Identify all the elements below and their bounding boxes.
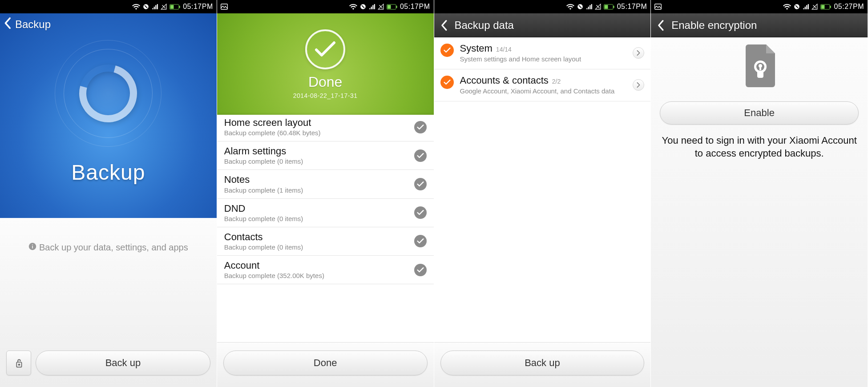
row-title: Notes	[224, 174, 410, 185]
battery-icon	[604, 4, 614, 10]
backup-hero-label: Backup	[71, 160, 145, 185]
backup-category-row[interactable]: Accounts & contacts 2/2 Google Account, …	[434, 69, 651, 101]
row-subtitle: Backup complete (0 items)	[224, 243, 410, 251]
encryption-body: Enable You need to sign in with your Xia…	[651, 37, 868, 387]
done-hero: Done 2014-08-22_17-17-31	[217, 13, 434, 115]
status-bar: 05:27PM	[651, 0, 868, 13]
check-icon	[414, 178, 427, 190]
row-title: Contacts	[224, 232, 410, 242]
signal-no-sim-icon	[161, 4, 167, 10]
battery-icon	[820, 4, 831, 10]
row-title: DND	[224, 203, 410, 214]
chevron-right-icon[interactable]	[633, 47, 644, 59]
encryption-lock-button[interactable]	[6, 351, 31, 375]
row-title: Alarm settings	[224, 146, 410, 157]
row-title: Home screen layout	[224, 117, 410, 128]
header: Backup data	[434, 13, 651, 37]
backup-result-row[interactable]: Alarm settings Backup complete (0 items)	[217, 141, 434, 170]
backup-result-row[interactable]: Account Backup complete (352.00K bytes)	[217, 256, 434, 284]
backup-hero: Backup Backup	[0, 13, 217, 218]
backup-ring-icon	[55, 40, 161, 147]
check-icon	[414, 121, 427, 133]
svg-rect-27	[759, 66, 761, 70]
backup-category-row[interactable]: System 14/14 System settings and Home sc…	[434, 37, 651, 69]
sim-disabled-icon	[360, 4, 366, 10]
backup-result-row[interactable]: Contacts Backup complete (0 items)	[217, 227, 434, 256]
wifi-icon	[349, 4, 357, 10]
status-bar: 05:17PM	[0, 0, 217, 13]
status-time: 05:27PM	[834, 3, 864, 11]
svg-rect-17	[613, 5, 614, 8]
category-count: 14/14	[496, 46, 512, 53]
svg-rect-21	[821, 5, 825, 9]
checkbox-checked-icon[interactable]	[440, 76, 454, 89]
row-subtitle: Backup complete (1 items)	[224, 186, 410, 194]
header-title: Backup data	[455, 19, 514, 32]
header[interactable]: Backup	[4, 17, 51, 32]
enable-button[interactable]: Enable	[660, 101, 859, 125]
check-icon	[414, 235, 427, 247]
back-button[interactable]	[654, 18, 669, 33]
category-title: Accounts & contacts	[460, 75, 549, 86]
chevron-right-icon[interactable]	[633, 79, 644, 91]
status-time: 05:17PM	[617, 3, 647, 11]
backup-hint: Back up your data, settings, and apps	[28, 242, 188, 253]
check-icon	[414, 206, 427, 219]
signal-no-sim-icon	[811, 4, 818, 10]
done-button[interactable]: Done	[223, 351, 428, 375]
lock-file-icon	[739, 44, 779, 91]
encryption-message: You need to sign in with your Xiaomi Acc…	[660, 134, 859, 160]
backup-category-list: System 14/14 System settings and Home sc…	[434, 37, 651, 342]
battery-icon	[170, 4, 180, 10]
row-subtitle: Backup complete (60.48K bytes)	[224, 129, 410, 137]
backup-result-list[interactable]: Home screen layout Backup complete (60.4…	[217, 115, 434, 342]
status-bar: 05:17PM	[217, 0, 434, 13]
checkbox-checked-icon[interactable]	[440, 44, 454, 57]
sim-disabled-icon	[143, 4, 149, 10]
signal-no-sim-icon	[378, 4, 384, 10]
category-subtitle: System settings and Home screen layout	[460, 55, 627, 64]
signal-icon	[369, 4, 375, 10]
info-icon	[28, 242, 36, 253]
back-up-button[interactable]: Back up	[36, 351, 210, 375]
backup-result-row[interactable]: Notes Backup complete (1 items)	[217, 170, 434, 198]
done-timestamp: 2014-08-22_17-17-31	[293, 92, 358, 99]
svg-rect-5	[32, 246, 33, 249]
header-title: Enable encryption	[671, 19, 757, 32]
battery-icon	[387, 4, 397, 10]
category-count: 2/2	[552, 78, 561, 85]
back-icon[interactable]	[4, 17, 12, 32]
svg-point-8	[19, 364, 20, 365]
wifi-icon	[132, 4, 140, 10]
header-title: Backup	[15, 18, 51, 31]
category-title: System	[460, 43, 493, 54]
svg-rect-12	[388, 5, 391, 9]
row-title: Account	[224, 260, 410, 271]
screen-backup-data: 05:17PM Backup data System 14/14 System …	[434, 0, 651, 387]
picture-icon	[654, 4, 662, 10]
svg-rect-13	[396, 5, 397, 8]
header: Enable encryption	[651, 13, 868, 37]
screen-enable-encryption: 05:27PM Enable encryption Enable You nee…	[651, 0, 868, 387]
wifi-icon	[783, 4, 791, 10]
svg-rect-22	[830, 5, 831, 8]
status-time: 05:17PM	[400, 3, 430, 11]
back-up-button[interactable]: Back up	[440, 351, 645, 375]
back-button[interactable]	[437, 18, 452, 33]
backup-result-row[interactable]: Home screen layout Backup complete (60.4…	[217, 115, 434, 141]
sim-disabled-icon	[577, 4, 583, 10]
status-bar: 05:17PM	[434, 0, 651, 13]
status-time: 05:17PM	[183, 3, 213, 11]
signal-icon	[586, 4, 592, 10]
sim-disabled-icon	[794, 4, 800, 10]
wifi-icon	[566, 4, 574, 10]
done-check-icon	[305, 29, 345, 69]
screen-backup-home: 05:17PM Backup Backup Back up your data,…	[0, 0, 217, 387]
backup-result-row[interactable]: DND Backup complete (0 items)	[217, 199, 434, 227]
svg-rect-2	[170, 5, 174, 9]
svg-rect-6	[32, 245, 33, 246]
signal-no-sim-icon	[595, 4, 601, 10]
screen-backup-done: 05:17PM Done 2014-08-22_17-17-31 Home sc…	[217, 0, 434, 387]
done-title: Done	[308, 74, 343, 90]
svg-rect-3	[179, 5, 180, 8]
